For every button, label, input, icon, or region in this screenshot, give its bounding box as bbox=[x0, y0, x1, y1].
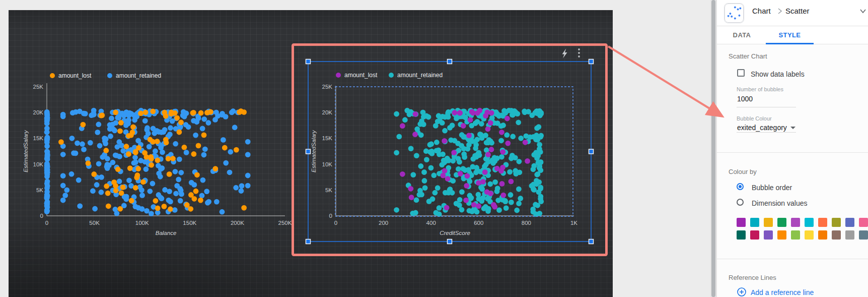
scatter-point bbox=[174, 183, 180, 189]
selection-handle[interactable] bbox=[448, 60, 452, 64]
show-data-labels-checkbox[interactable] bbox=[737, 69, 745, 77]
palette-swatch[interactable] bbox=[859, 230, 868, 240]
scatter-point bbox=[428, 141, 434, 147]
overflow-menu-icon[interactable] bbox=[578, 48, 580, 50]
legend-swatch bbox=[389, 73, 394, 78]
radio-dimension-values[interactable] bbox=[737, 199, 744, 206]
palette-swatch[interactable] bbox=[750, 218, 759, 227]
add-reference-line-link[interactable]: Add a reference line bbox=[751, 288, 814, 296]
palette-swatch[interactable] bbox=[777, 218, 786, 227]
scatter-point bbox=[505, 141, 511, 146]
report-canvas[interactable]: 050K100K150K200K250K25K20K15K10K5K0Balan… bbox=[9, 10, 613, 297]
scatter-point bbox=[461, 146, 467, 151]
scatter-point bbox=[60, 152, 66, 157]
scatter-point bbox=[75, 141, 80, 146]
radio-dimension-values-label[interactable]: Dimension values bbox=[752, 199, 808, 207]
palette-swatch[interactable] bbox=[859, 218, 868, 227]
palette-swatch[interactable] bbox=[818, 218, 827, 227]
x-tick-label: 150K bbox=[183, 220, 196, 226]
scatter-point bbox=[155, 158, 161, 163]
scatter-point bbox=[126, 151, 131, 157]
scatter-point bbox=[513, 171, 519, 176]
scatter-point bbox=[170, 156, 176, 161]
tab-style[interactable]: STYLE bbox=[766, 26, 814, 44]
scatter-point bbox=[417, 188, 423, 194]
y-tick-label: 5K bbox=[325, 187, 332, 193]
scatter-chart-creditscore-vs-salary[interactable]: 02004006008001K25K20K15K10K5K0CreditScor… bbox=[311, 72, 577, 236]
palette-row-2 bbox=[737, 230, 868, 240]
scatter-point bbox=[451, 150, 457, 155]
scatter-point bbox=[153, 148, 158, 154]
palette-swatch[interactable] bbox=[832, 218, 841, 227]
palette-swatch[interactable] bbox=[791, 218, 800, 227]
scatter-point bbox=[433, 210, 439, 216]
radio-bubble-order[interactable] bbox=[737, 183, 744, 190]
palette-swatch[interactable] bbox=[764, 218, 773, 227]
scatter-point bbox=[99, 190, 104, 195]
selection-handle[interactable] bbox=[589, 60, 594, 64]
show-data-labels-label[interactable]: Show data labels bbox=[751, 70, 805, 78]
scatter-point bbox=[109, 115, 114, 121]
scatter-point bbox=[220, 209, 225, 215]
scatter-point bbox=[111, 180, 117, 185]
palette-swatch[interactable] bbox=[791, 230, 800, 240]
selection-handle[interactable] bbox=[448, 240, 452, 244]
selection-handle[interactable] bbox=[306, 60, 311, 64]
scatter-point bbox=[81, 147, 87, 152]
palette-swatch[interactable] bbox=[737, 230, 746, 240]
tab-style-label: STYLE bbox=[779, 31, 801, 39]
scrollbar-thumb[interactable] bbox=[711, 0, 715, 297]
selection-handle[interactable] bbox=[306, 240, 311, 244]
lightning-icon[interactable] bbox=[562, 48, 567, 58]
scatter-point bbox=[176, 177, 181, 183]
selection-handle[interactable] bbox=[589, 149, 594, 154]
scatter-point bbox=[97, 143, 103, 149]
scatter-point bbox=[410, 172, 416, 177]
scatter-point bbox=[167, 189, 172, 194]
add-icon[interactable] bbox=[737, 287, 746, 296]
palette-swatch[interactable] bbox=[777, 230, 786, 240]
number-of-bubbles-input[interactable]: 1000 bbox=[737, 95, 753, 103]
y-tick-label: 15K bbox=[322, 135, 333, 141]
palette-swatch[interactable] bbox=[818, 230, 827, 240]
scatter-point bbox=[522, 109, 528, 115]
palette-swatch[interactable] bbox=[832, 230, 841, 240]
scatter-point bbox=[473, 170, 479, 175]
scatter-point bbox=[124, 194, 129, 200]
scatter-point bbox=[194, 172, 200, 177]
breadcrumb-current: Scatter bbox=[785, 7, 810, 15]
scatter-point bbox=[239, 183, 245, 189]
palette-swatch[interactable] bbox=[805, 230, 814, 240]
scatter-point bbox=[492, 158, 497, 164]
scatter-point bbox=[509, 108, 514, 113]
palette-swatch[interactable] bbox=[805, 218, 814, 227]
scatter-point bbox=[113, 207, 118, 212]
radio-bubble-order-label[interactable]: Bubble order bbox=[752, 184, 792, 192]
palette-swatch[interactable] bbox=[845, 230, 854, 240]
scatter-point bbox=[44, 129, 50, 135]
tab-data[interactable]: DATA bbox=[718, 26, 766, 44]
bubble-colour-select[interactable]: exited_category bbox=[737, 124, 787, 132]
palette-swatch[interactable] bbox=[737, 218, 746, 227]
scatter-point bbox=[516, 120, 521, 125]
palette-swatch[interactable] bbox=[764, 230, 773, 240]
palette-swatch[interactable] bbox=[845, 218, 854, 227]
overflow-menu-icon[interactable] bbox=[578, 52, 580, 54]
scatter-chart-balance-vs-salary[interactable]: 050K100K150K200K250K25K20K15K10K5K0Balan… bbox=[23, 72, 292, 236]
scatter-point bbox=[421, 122, 426, 127]
scatter-point bbox=[231, 108, 236, 114]
scatter-point bbox=[130, 130, 135, 135]
selection-handle[interactable] bbox=[589, 240, 594, 244]
selection-handle[interactable] bbox=[306, 149, 311, 154]
overflow-menu-icon[interactable] bbox=[578, 55, 580, 57]
breadcrumb-parent[interactable]: Chart bbox=[752, 7, 771, 15]
panel-scrollbar[interactable] bbox=[710, 0, 716, 297]
scatter-point bbox=[537, 211, 542, 216]
scatter-point bbox=[178, 198, 183, 204]
palette-swatch[interactable] bbox=[750, 230, 759, 240]
scatter-point bbox=[241, 109, 247, 115]
chevron-down-icon[interactable] bbox=[859, 9, 866, 14]
scatter-point bbox=[534, 172, 540, 177]
panel-tabs: DATA STYLE bbox=[717, 26, 868, 44]
scatter-point bbox=[188, 206, 193, 212]
